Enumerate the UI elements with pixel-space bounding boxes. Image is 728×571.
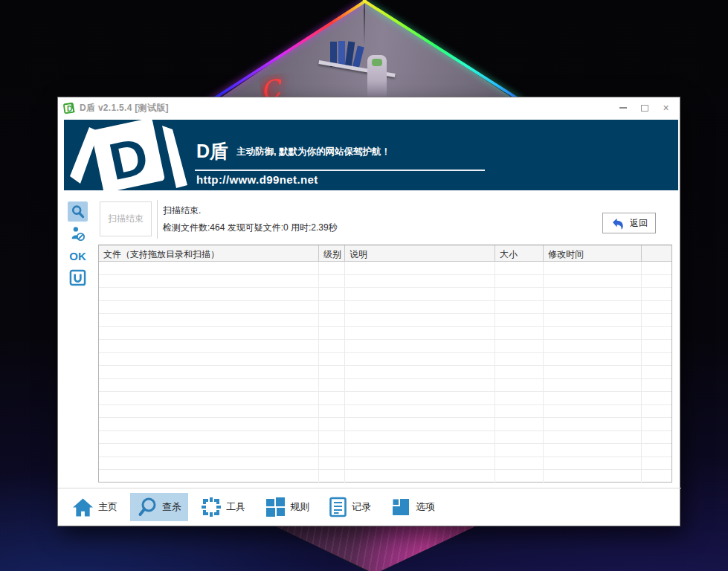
sidebar-item-scan-results[interactable] xyxy=(68,201,88,222)
table-row xyxy=(99,405,671,419)
table-cell xyxy=(642,288,671,300)
table-cell xyxy=(319,379,345,392)
table-row xyxy=(99,379,671,393)
table-cell xyxy=(544,275,642,288)
back-button[interactable]: 返回 xyxy=(602,213,656,233)
scan-status: 扫描结束. 检测文件数:464 发现可疑文件:0 用时:2.39秒 xyxy=(163,202,338,236)
maximize-button[interactable] xyxy=(634,97,655,118)
table-cell xyxy=(345,288,495,300)
desktop: C D D盾 v2.1.5.4 [测试版] × xyxy=(0,0,728,571)
table-cell xyxy=(99,470,319,483)
minimize-button[interactable] xyxy=(612,97,634,118)
u-square-icon xyxy=(69,269,86,286)
table-cell xyxy=(345,379,495,392)
sidebar-item-unknown-files[interactable] xyxy=(68,268,88,287)
table-cell xyxy=(495,340,544,352)
table-row xyxy=(99,340,671,353)
wallpaper-floor xyxy=(245,522,506,571)
banner-tagline: 主动防御, 默默为你的网站保驾护航！ xyxy=(236,146,390,161)
toolbar-button-log[interactable]: 记录 xyxy=(322,493,378,521)
table-cell xyxy=(544,288,642,300)
table-cell xyxy=(544,444,642,457)
table-cell xyxy=(544,262,642,274)
table-cell xyxy=(544,379,642,392)
table-cell xyxy=(319,431,345,444)
table-cell xyxy=(99,275,319,288)
home-icon xyxy=(72,497,94,517)
banner-text: D盾 主动防御, 默默为你的网站保驾护航！ xyxy=(196,142,390,161)
table-cell xyxy=(99,431,319,444)
table-cell xyxy=(345,405,495,418)
table-cell xyxy=(319,457,345,470)
sidebar-item-suspicious-files[interactable] xyxy=(68,225,88,242)
table-cell xyxy=(642,457,671,470)
sidebar-item-ok-files[interactable]: OK xyxy=(68,248,88,264)
maximize-icon xyxy=(641,105,648,112)
column-header[interactable]: 文件（支持拖放目录和扫描） xyxy=(99,245,319,261)
banner-url: http://www.d99net.net xyxy=(196,173,318,186)
scan-panel-divider xyxy=(157,200,158,239)
table-cell xyxy=(642,431,671,444)
table-row xyxy=(99,457,671,471)
table-cell xyxy=(99,314,319,326)
wallpaper-floor-wood xyxy=(268,525,483,571)
close-button[interactable]: × xyxy=(655,97,677,118)
table-cell xyxy=(642,301,671,314)
table-cell xyxy=(544,366,642,378)
table-cell xyxy=(544,314,642,326)
table-cell xyxy=(544,470,642,483)
table-row xyxy=(99,314,671,327)
table-cell xyxy=(642,470,671,483)
table-cell xyxy=(345,470,495,483)
table-row xyxy=(99,262,671,275)
file-table-body[interactable] xyxy=(99,262,671,483)
column-header[interactable]: 修改时间 xyxy=(544,245,642,261)
table-cell xyxy=(495,288,544,300)
column-header[interactable] xyxy=(642,245,671,261)
banner-app-name: D盾 xyxy=(196,142,228,161)
ok-label: OK xyxy=(69,250,86,262)
table-cell xyxy=(544,405,642,418)
toolbar-button-scan[interactable]: 查杀 xyxy=(130,493,188,521)
scan-finished-button[interactable]: 扫描结束 xyxy=(100,201,152,236)
table-cell xyxy=(642,392,671,404)
toolbar-label-scan: 查杀 xyxy=(162,500,181,514)
toolbar-button-home[interactable]: 主页 xyxy=(65,494,124,521)
table-cell xyxy=(99,327,319,340)
table-cell xyxy=(544,340,642,352)
titlebar[interactable]: D D盾 v2.1.5.4 [测试版] × xyxy=(58,97,680,118)
toolbar-button-tools[interactable]: 工具 xyxy=(194,493,252,521)
table-cell xyxy=(495,405,544,418)
table-cell xyxy=(544,392,642,404)
table-cell xyxy=(345,327,495,340)
toolbar-button-options[interactable]: 选项 xyxy=(384,493,442,521)
table-cell xyxy=(99,262,319,274)
table-cell xyxy=(345,392,495,404)
toolbar-button-rules[interactable]: 规则 xyxy=(258,493,316,521)
table-cell xyxy=(319,327,345,340)
table-cell xyxy=(99,366,319,378)
column-header[interactable]: 说明 xyxy=(345,245,495,261)
table-cell xyxy=(319,314,345,326)
table-cell xyxy=(544,353,642,366)
table-cell xyxy=(495,366,544,378)
table-cell xyxy=(642,262,671,274)
file-table: 文件（支持拖放目录和扫描）级别说明大小修改时间 xyxy=(98,245,672,483)
person-block-icon xyxy=(70,226,86,242)
table-cell xyxy=(319,353,345,366)
column-header[interactable]: 级别 xyxy=(319,245,345,261)
table-row xyxy=(99,431,671,445)
table-cell xyxy=(495,444,544,457)
table-cell xyxy=(642,379,671,392)
table-cell xyxy=(99,301,319,314)
table-cell xyxy=(642,366,671,378)
table-cell xyxy=(544,457,642,470)
toolbar-label-options: 选项 xyxy=(416,500,435,514)
table-cell xyxy=(495,431,544,444)
table-row xyxy=(99,470,671,483)
table-cell xyxy=(345,418,495,430)
file-table-header[interactable]: 文件（支持拖放目录和扫描）级别说明大小修改时间 xyxy=(99,245,671,262)
column-header[interactable]: 大小 xyxy=(495,245,544,261)
table-cell xyxy=(495,470,544,483)
wallpaper-robot xyxy=(367,55,387,97)
